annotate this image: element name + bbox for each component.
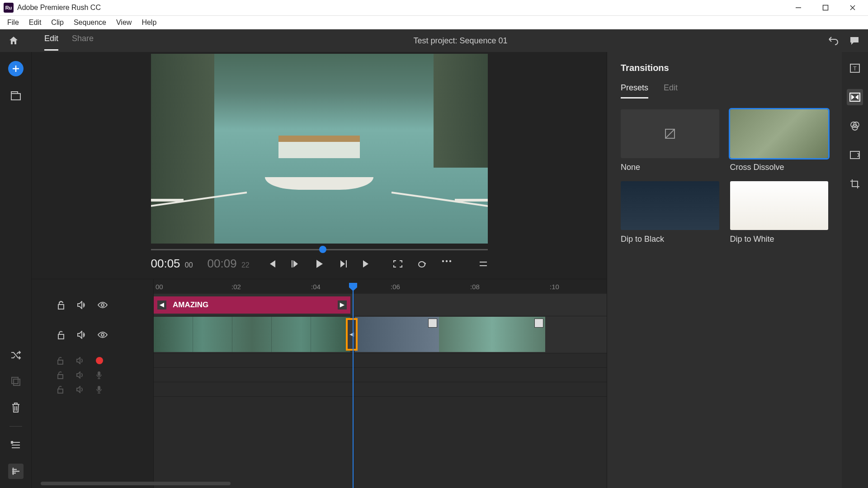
shuffle-icon[interactable]	[8, 347, 24, 363]
track-controls-button[interactable]	[8, 464, 24, 479]
step-forward-button[interactable]	[339, 259, 348, 268]
transition-none[interactable]: None	[621, 109, 719, 172]
expand-tracks-button[interactable]	[8, 437, 24, 453]
audio-track-2[interactable]	[154, 368, 607, 382]
speed-tool-button[interactable]	[847, 147, 863, 163]
menu-file[interactable]: File	[3, 17, 24, 28]
audio-track-3[interactable]	[154, 382, 607, 397]
preview-monitor[interactable]	[151, 54, 488, 244]
player-controls: 00:05 00 00:09 22	[151, 257, 488, 271]
svg-point-19	[445, 260, 447, 262]
video-clip-2[interactable]	[355, 317, 439, 352]
menu-view[interactable]: View	[112, 17, 136, 28]
transition-dip-to-white-thumb	[730, 181, 829, 230]
go-to-start-button[interactable]	[267, 259, 276, 268]
mute-icon[interactable]	[77, 301, 86, 309]
preview-scrubber[interactable]	[151, 249, 488, 250]
menu-sequence[interactable]: Sequence	[69, 17, 111, 28]
go-to-end-button[interactable]	[362, 259, 371, 268]
visibility-icon[interactable]	[98, 332, 108, 338]
app-title: Adobe Premiere Rush CC	[17, 4, 790, 12]
player-menu-button[interactable]	[479, 261, 488, 267]
svg-line-28	[665, 129, 675, 138]
crop-tool-button[interactable]	[847, 176, 863, 192]
title-clip[interactable]: ◄ AMAZING ►	[154, 296, 350, 314]
play-button[interactable]	[314, 259, 324, 269]
transitions-tab-edit[interactable]: Edit	[664, 83, 678, 99]
record-indicator[interactable]	[96, 357, 103, 364]
svg-rect-7	[11, 92, 18, 94]
track-header	[32, 279, 154, 488]
transition-dip-to-black[interactable]: Dip to Black	[621, 181, 719, 244]
tab-share[interactable]: Share	[72, 34, 94, 48]
more-options-button[interactable]	[442, 260, 452, 268]
lock-icon[interactable]	[57, 357, 64, 365]
step-back-button[interactable]	[291, 259, 300, 268]
timeline-tracks[interactable]: 00 :02 :04 :06 :08 :10 ◄ AMAZING ►	[154, 279, 607, 488]
transition-none-thumb	[621, 109, 719, 158]
lock-icon[interactable]	[57, 385, 64, 394]
transitions-tool-button[interactable]	[847, 89, 863, 105]
menu-help[interactable]: Help	[137, 17, 161, 28]
video-track[interactable]: ◄	[154, 316, 607, 353]
duplicate-icon[interactable]	[8, 374, 24, 389]
loop-button[interactable]	[417, 260, 427, 268]
transition-out-icon[interactable]: ►	[338, 300, 347, 310]
audio-track-1-header	[32, 353, 153, 368]
home-button[interactable]	[8, 35, 19, 46]
svg-rect-35	[850, 151, 859, 159]
mute-icon[interactable]	[76, 386, 84, 393]
undo-button[interactable]	[827, 36, 839, 46]
transition-label: Cross Dissolve	[730, 163, 829, 172]
ruler-tick: :08	[470, 283, 480, 291]
transitions-tab-presets[interactable]: Presets	[621, 83, 648, 99]
transition-marker-selected[interactable]: ◄	[346, 318, 358, 351]
transition-dip-to-white[interactable]: Dip to White	[730, 181, 829, 244]
video-clip-1[interactable]	[154, 317, 350, 352]
window-maximize-button[interactable]	[817, 1, 834, 14]
window-title-bar: Ru Adobe Premiere Rush CC	[0, 0, 868, 16]
audio-track-1[interactable]	[154, 353, 607, 368]
fullscreen-button[interactable]	[393, 260, 403, 268]
lock-icon[interactable]	[57, 300, 65, 310]
window-close-button[interactable]	[844, 1, 861, 14]
mute-icon[interactable]	[77, 331, 86, 339]
svg-rect-1	[823, 5, 828, 10]
timeline-scrollbar[interactable]	[41, 482, 231, 485]
title-track[interactable]: ◄ AMAZING ►	[154, 294, 607, 316]
audio-track-3-header	[32, 382, 153, 397]
video-clip-3[interactable]	[439, 317, 545, 352]
visibility-icon[interactable]	[98, 302, 108, 308]
mic-icon[interactable]	[96, 385, 102, 394]
titles-tool-button[interactable]: T	[847, 60, 863, 76]
mute-icon[interactable]	[76, 357, 84, 364]
ruler-tick: :04	[311, 283, 321, 291]
clip-label: AMAZING	[173, 300, 208, 310]
playhead[interactable]	[353, 283, 354, 488]
transition-label: Dip to Black	[621, 235, 719, 244]
feedback-button[interactable]	[849, 36, 860, 46]
add-media-button[interactable]	[8, 61, 24, 76]
color-tool-button[interactable]	[847, 118, 863, 134]
left-tool-rail	[0, 52, 32, 488]
lock-icon[interactable]	[57, 371, 64, 379]
lock-icon[interactable]	[57, 330, 65, 339]
transition-label: Dip to White	[730, 235, 829, 244]
mic-icon[interactable]	[96, 371, 102, 379]
timeline-ruler[interactable]: 00 :02 :04 :06 :08 :10	[154, 279, 607, 294]
menu-clip[interactable]: Clip	[47, 17, 68, 28]
window-minimize-button[interactable]	[790, 1, 807, 14]
menu-edit[interactable]: Edit	[24, 17, 46, 28]
ruler-tick: :06	[391, 283, 400, 291]
video-track-header	[32, 316, 153, 353]
transition-in-icon[interactable]: ◄	[157, 300, 166, 310]
mute-icon[interactable]	[76, 371, 84, 379]
transitions-panel: Transitions Presets Edit None Cross Diss…	[607, 52, 842, 488]
scrubber-head[interactable]	[319, 246, 326, 253]
delete-button[interactable]	[8, 400, 24, 415]
transition-cross-dissolve[interactable]: Cross Dissolve	[730, 109, 829, 172]
tab-edit[interactable]: Edit	[44, 34, 58, 48]
project-panel-button[interactable]	[8, 88, 24, 103]
transition-label: None	[621, 163, 719, 172]
transition-cross-dissolve-thumb	[730, 109, 829, 158]
